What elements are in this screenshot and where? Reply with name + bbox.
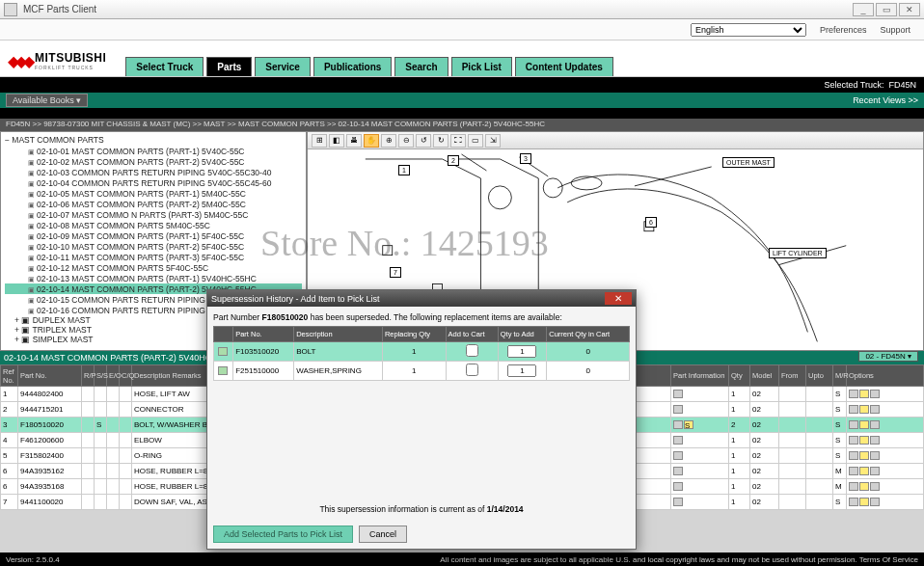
tab-parts[interactable]: Parts	[206, 57, 252, 76]
column-header[interactable]: Options	[847, 365, 924, 387]
svg-point-0	[488, 186, 511, 209]
qty-input[interactable]	[507, 364, 536, 377]
tree-item[interactable]: 02-10-07 MAST COMMO N PARTS (PART-3) 5M4…	[5, 209, 302, 220]
app-icon	[4, 3, 17, 16]
callout[interactable]: 3	[520, 153, 531, 164]
tree-item[interactable]: 02-10-13 MAST COMMON PARTS (PART-1) 5V40…	[5, 273, 302, 283]
column-header: Description	[294, 327, 383, 342]
replacement-table[interactable]: Part No.DescriptionReplacing QtyAdd to C…	[213, 326, 630, 381]
column-header: Current Qty in Cart	[547, 327, 630, 342]
logo-subtext: FORKLIFT TRUCKS	[35, 65, 106, 70]
recent-views-link[interactable]: Recent Views >>	[853, 95, 918, 105]
window-title: MCF Parts Client	[23, 4, 853, 14]
tool-button[interactable]: ⊖	[398, 134, 414, 148]
tree-item[interactable]: 02-10-09 MAST COMMON PARTS (PART-1) 5F40…	[5, 230, 302, 241]
column-header: Part No.	[233, 327, 294, 342]
column-header[interactable]: C/Q	[120, 365, 132, 387]
dialog-close-button[interactable]: ✕	[605, 292, 632, 305]
tool-button[interactable]: ⊞	[312, 134, 327, 148]
preferences-link[interactable]: Preferences	[820, 25, 867, 35]
svg-line-3	[462, 154, 487, 171]
tool-button[interactable]: ◧	[329, 134, 344, 148]
legal-text: All content and images are subject to al…	[440, 555, 918, 564]
tab-select-truck[interactable]: Select Truck	[125, 57, 204, 76]
column-header[interactable]: From	[779, 365, 806, 387]
column-header	[214, 327, 233, 342]
tab-content-updates[interactable]: Content Updates	[515, 57, 613, 76]
column-header: Add to Cart	[446, 327, 498, 342]
support-link[interactable]: Support	[880, 25, 910, 35]
tab-pick-list[interactable]: Pick List	[451, 57, 512, 76]
replacement-row[interactable]: F251510000WASHER,SPRING10	[214, 362, 630, 381]
tool-button[interactable]: ⊕	[381, 134, 396, 148]
column-header[interactable]: Model	[750, 365, 779, 387]
dialog-titlebar[interactable]: Supersession History - Add Item to Pick …	[207, 290, 636, 307]
footer: Version: 2.5.0.4 All content and images …	[0, 553, 924, 566]
add-to-cart-checkbox[interactable]	[466, 364, 478, 376]
separator-bar	[0, 108, 924, 119]
tree-item[interactable]: 02-10-10 MAST COMMON PARTS (PART-2) 5F40…	[5, 241, 302, 252]
maximize-button[interactable]: ▭	[876, 3, 897, 16]
logo-icon: ◆◆◆	[8, 52, 31, 70]
tab-search[interactable]: Search	[394, 57, 448, 76]
selected-truck-label: Selected Truck:	[824, 80, 883, 90]
tab-publications[interactable]: Publications	[313, 57, 392, 76]
selected-truck-bar: Selected Truck: FD45N	[0, 77, 924, 93]
tool-button-active[interactable]: ✋	[364, 134, 379, 148]
tool-button[interactable]: ↻	[433, 134, 448, 148]
column-header[interactable]: Upto	[806, 365, 833, 387]
tree-item[interactable]: 02-10-12 MAST COMMON PARTS 5F40C-55C	[5, 262, 302, 273]
callout[interactable]: 6	[645, 217, 657, 228]
callout[interactable]: 7	[390, 267, 401, 278]
selected-truck-value: FD45N	[888, 80, 916, 90]
main-tabs: Select TruckPartsServicePublicationsSear…	[125, 57, 612, 76]
column-header[interactable]: Part No.	[18, 365, 82, 387]
logo-text: MITSUBISHI	[35, 51, 106, 65]
qty-input[interactable]	[507, 345, 536, 358]
column-header[interactable]: E/O	[107, 365, 120, 387]
tool-button[interactable]: 🖶	[346, 134, 362, 148]
model-selector[interactable]: 02 - FD45N ▾	[858, 351, 918, 362]
replacement-row[interactable]: F103510020BOLT10	[214, 342, 630, 362]
column-header[interactable]: M/R	[833, 365, 847, 387]
dialog-message: Part Number F180510020 has been supersed…	[213, 312, 630, 322]
tree-item[interactable]: 02-10-02 MAST COMMON PARTS (PART-2) 5V40…	[5, 156, 302, 167]
dialog-title: Supersession History - Add Item to Pick …	[211, 294, 380, 304]
column-header[interactable]: Ref No.	[1, 365, 18, 387]
tree-item[interactable]: 02-10-03 COMMON PARTS RETURN PIPING 5V40…	[5, 167, 302, 177]
tree-item[interactable]: 02-10-05 MAST COMMON PARTS (PART-1) 5M40…	[5, 188, 302, 199]
tool-button[interactable]: ⇲	[485, 134, 501, 148]
tree-item[interactable]: 02-10-11 MAST COMMON PARTS (PART-3) 5F40…	[5, 252, 302, 262]
add-to-picklist-button[interactable]: Add Selected Parts to Pick List	[213, 526, 353, 543]
tool-button[interactable]: ↺	[416, 134, 431, 148]
available-books-button[interactable]: Available Books ▾	[6, 94, 88, 107]
column-header[interactable]: S/S	[95, 365, 107, 387]
tab-service[interactable]: Service	[255, 57, 311, 76]
top-toolbar: English Preferences Support	[0, 19, 924, 40]
minimize-button[interactable]: _	[853, 3, 874, 16]
column-header[interactable]: Part Information	[671, 365, 729, 387]
tree-item[interactable]: 02-10-06 MAST COMMON PARTS (PART-2) 5M40…	[5, 199, 302, 209]
column-header[interactable]: R/P	[82, 365, 95, 387]
column-header: Replacing Qty	[382, 327, 446, 342]
books-bar: Available Books ▾ Recent Views >>	[0, 93, 924, 108]
version-text: Version: 2.5.0.4	[6, 555, 60, 564]
language-select[interactable]: English	[691, 23, 806, 37]
dialog-note: This supersession information is current…	[213, 504, 630, 514]
cancel-button[interactable]: Cancel	[359, 526, 407, 543]
column-header[interactable]: Qty	[729, 365, 750, 387]
header: ◆◆◆ MITSUBISHI FORKLIFT TRUCKS Select Tr…	[0, 40, 924, 77]
window-titlebar: MCF Parts Client _ ▭ ✕	[0, 0, 924, 19]
tree-root[interactable]: − MAST COMMON PARTS	[5, 134, 302, 146]
tool-button[interactable]: ⛶	[450, 134, 466, 148]
callout[interactable]: 2	[448, 155, 459, 166]
tool-button[interactable]: ▭	[468, 134, 483, 148]
breadcrumb[interactable]: FD45N >> 98738-07300 MIT CHASSIS & MAST …	[0, 119, 924, 131]
tree-item[interactable]: 02-10-01 MAST COMMON PARTS (PART-1) 5V40…	[5, 146, 302, 156]
close-button[interactable]: ✕	[899, 3, 920, 16]
tree-item[interactable]: 02-10-04 COMMON PARTS RETURN PIPING 5V40…	[5, 177, 302, 188]
add-to-cart-checkbox[interactable]	[466, 344, 478, 357]
supersession-dialog: Supersession History - Add Item to Pick …	[206, 289, 637, 550]
tree-item[interactable]: 02-10-08 MAST COMMON PARTS 5M40C-55C	[5, 220, 302, 230]
callout[interactable]: 1	[398, 165, 410, 175]
